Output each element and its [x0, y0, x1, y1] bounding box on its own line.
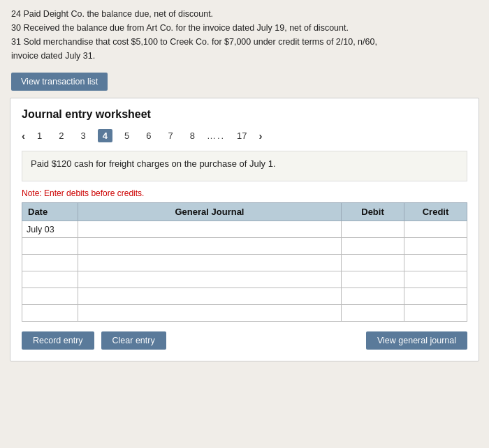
- debit-cell-6[interactable]: [342, 305, 404, 322]
- journal-cell-4[interactable]: [78, 271, 342, 288]
- journal-cell-2[interactable]: [78, 238, 342, 255]
- table-row: [22, 255, 467, 271]
- debit-input-2[interactable]: [346, 241, 400, 251]
- col-header-date: Date: [22, 203, 78, 221]
- date-cell-4: [22, 271, 78, 288]
- pagination-bar: ‹ 1 2 3 4 5 6 7 8 ….. 17 ›: [22, 129, 467, 142]
- journal-cell-6[interactable]: [78, 305, 342, 322]
- credit-cell-3[interactable]: [404, 255, 467, 271]
- pagination-page-5[interactable]: 5: [119, 129, 134, 142]
- credit-input-5[interactable]: [409, 292, 462, 301]
- top-line-4: invoice dated July 31.: [11, 49, 478, 63]
- table-row: [22, 271, 467, 288]
- debit-cell-3[interactable]: [342, 255, 404, 271]
- date-cell-2: [22, 238, 78, 255]
- credit-cell-5[interactable]: [404, 288, 467, 305]
- pagination-page-8[interactable]: 8: [185, 129, 200, 142]
- clear-entry-button[interactable]: Clear entry: [101, 331, 166, 350]
- view-btn-bar: View transaction list: [0, 68, 489, 98]
- top-line-1: 24 Paid Deight Co. the balance due, net …: [11, 7, 478, 21]
- debit-cell-5[interactable]: [342, 288, 404, 305]
- col-header-debit: Debit: [342, 203, 404, 221]
- debit-input-1[interactable]: [346, 225, 400, 234]
- pagination-right-arrow[interactable]: ›: [259, 130, 263, 142]
- col-header-credit: Credit: [404, 203, 467, 221]
- pagination-dots: …..: [207, 130, 225, 141]
- journal-input-2[interactable]: [82, 241, 337, 251]
- pagination-page-2[interactable]: 2: [54, 129, 68, 142]
- table-row: [22, 238, 467, 255]
- action-buttons-row: Record entry Clear entry View general jo…: [22, 331, 467, 350]
- pagination-page-6[interactable]: 6: [141, 129, 156, 142]
- credit-input-6[interactable]: [409, 308, 462, 318]
- journal-input-4[interactable]: [82, 275, 337, 285]
- pagination-page-17[interactable]: 17: [232, 129, 251, 142]
- debit-input-3[interactable]: [346, 258, 400, 268]
- note-text: Note: Enter debits before credits.: [22, 188, 467, 198]
- journal-input-3[interactable]: [82, 258, 337, 268]
- table-row: [22, 305, 467, 322]
- debit-cell-1[interactable]: [342, 221, 404, 238]
- top-line-2: 30 Received the balance due from Art Co.…: [11, 21, 478, 35]
- debit-input-4[interactable]: [346, 275, 400, 285]
- journal-table: Date General Journal Debit Credit July 0…: [22, 202, 467, 322]
- top-line-3: 31 Sold merchandise that cost $5,100 to …: [11, 35, 478, 49]
- pagination-page-7[interactable]: 7: [163, 129, 177, 142]
- col-header-general-journal: General Journal: [78, 203, 342, 221]
- journal-input-1[interactable]: [82, 225, 337, 234]
- date-cell-5: [22, 288, 78, 305]
- date-cell-1: July 03: [22, 221, 78, 238]
- table-row: July 03: [22, 221, 467, 238]
- credit-cell-2[interactable]: [404, 238, 467, 255]
- worksheet-title: Journal entry worksheet: [22, 108, 467, 121]
- record-entry-button[interactable]: Record entry: [22, 331, 94, 350]
- journal-cell-3[interactable]: [78, 255, 342, 271]
- credit-input-4[interactable]: [409, 275, 462, 285]
- date-cell-6: [22, 305, 78, 322]
- journal-cell-5[interactable]: [78, 288, 342, 305]
- debit-input-6[interactable]: [346, 308, 400, 318]
- pagination-page-3[interactable]: 3: [75, 129, 90, 142]
- journal-entry-worksheet: Journal entry worksheet ‹ 1 2 3 4 5 6 7 …: [10, 98, 479, 361]
- credit-input-2[interactable]: [409, 241, 462, 251]
- credit-cell-4[interactable]: [404, 271, 467, 288]
- view-transaction-list-button[interactable]: View transaction list: [11, 73, 108, 91]
- credit-input-3[interactable]: [409, 258, 462, 268]
- credit-cell-1[interactable]: [404, 221, 467, 238]
- date-cell-3: [22, 255, 78, 271]
- pagination-left-arrow[interactable]: ‹: [22, 130, 25, 142]
- top-text-block: 24 Paid Deight Co. the balance due, net …: [0, 0, 489, 68]
- debit-cell-4[interactable]: [342, 271, 404, 288]
- debit-cell-2[interactable]: [342, 238, 404, 255]
- journal-input-5[interactable]: [82, 292, 337, 301]
- debit-input-5[interactable]: [346, 292, 400, 301]
- credit-cell-6[interactable]: [404, 305, 467, 322]
- pagination-page-1[interactable]: 1: [32, 129, 47, 142]
- journal-cell-1[interactable]: [78, 221, 342, 238]
- table-row: [22, 288, 467, 305]
- credit-input-1[interactable]: [409, 225, 462, 234]
- journal-input-6[interactable]: [82, 308, 337, 318]
- transaction-description: Paid $120 cash for freight charges on th…: [22, 151, 467, 181]
- view-general-journal-button[interactable]: View general journal: [366, 331, 467, 350]
- pagination-page-4[interactable]: 4: [98, 129, 112, 142]
